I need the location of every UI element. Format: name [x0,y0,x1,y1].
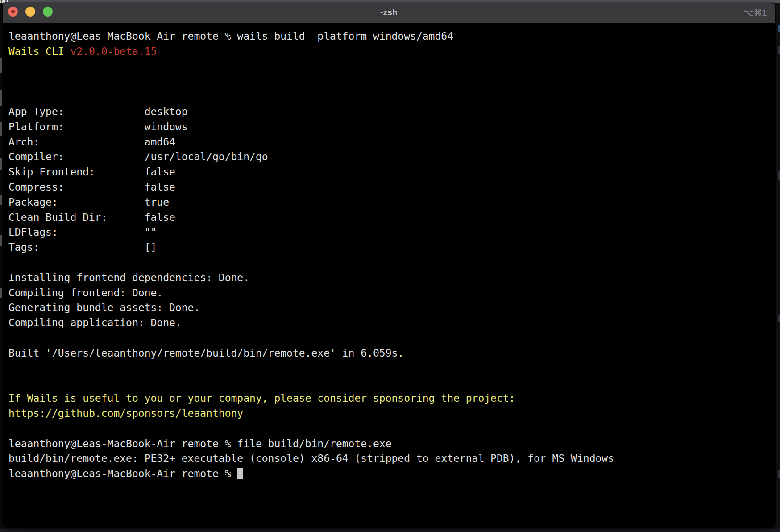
terminal-text-segment: v2.0.0-beta.15 [70,46,157,57]
terminal-line: Compiling application: Done. [8,316,775,331]
terminal-line: If Wails is useful to you or your compan… [8,391,775,406]
window-title: -zsh [380,8,398,17]
terminal-line [8,255,775,270]
terminal-line: Platform: windows [8,120,775,135]
terminal-text-segment: Compiler: /usr/local/go/bin/go [8,151,268,162]
terminal-line: leaanthony@Leas-MacBook-Air remote % fil… [8,436,775,452]
terminal-line: Skip Frontend: false [8,165,775,180]
terminal-line: https://github.com/sponsors/leaanthony [8,406,775,421]
terminal-text-segment: Compress: false [8,181,175,193]
terminal-text-segment: Arch: amd64 [8,136,175,148]
traffic-lights [8,7,53,17]
terminal-text-segment: Clean Build Dir: false [8,212,175,223]
background-window-bottom-edge [0,529,780,532]
terminal-line: Package: true [8,195,775,210]
terminal-text-segment: Wails CLI [8,46,70,57]
background-window-right-edge [777,3,780,529]
terminal-cursor [237,468,243,479]
terminal-line [8,421,775,436]
terminal-line: Installing frontend dependencies: Done. [8,270,775,286]
terminal-text-segment: Tags: [] [8,241,157,253]
terminal-text-segment: If Wails is useful to you or your compan… [8,392,515,404]
terminal-output[interactable]: leaanthony@Leas-MacBook-Air remote % wai… [3,23,775,482]
terminal-line: Tags: [] [8,240,775,255]
terminal-text-segment: Compiling application: Done. [8,317,182,328]
terminal-line: Clean Build Dir: false [8,210,775,225]
terminal-line: Generating bundle assets: Done. [8,300,775,316]
terminal-text-segment: Built '/Users/leaanthony/remote/build/bi… [8,347,404,359]
terminal-text-segment: build/bin/remote.exe: PE32+ executable (… [8,453,614,464]
terminal-line: Compress: false [8,180,775,195]
terminal-line: Wails CLI v2.0.0-beta.15 [8,44,775,59]
terminal-line: LDFlags: "" [8,225,775,240]
terminal-line: Compiling frontend: Done. [8,286,775,301]
terminal-line [8,59,775,75]
terminal-text-segment: https://github.com/sponsors/leaanthony [8,407,243,419]
terminal-line: App Type: desktop [8,104,775,120]
terminal-line: Arch: amd64 [8,135,775,150]
terminal-line: Compiler: /usr/local/go/bin/go [8,150,775,165]
tab-shortcut-label: ⌥⌘1 [744,8,767,18]
terminal-text-segment: Package: true [8,196,169,208]
terminal-text-segment: Installing frontend dependencies: Done. [8,272,249,283]
terminal-line [8,74,775,89]
terminal-line: leaanthony@Leas-MacBook-Air remote % [8,466,775,482]
terminal-text-segment: Compiling frontend: Done. [8,287,163,299]
terminal-line [8,361,775,376]
close-button[interactable] [8,7,18,17]
terminal-text-segment: Skip Frontend: false [8,166,175,178]
terminal-text-segment: App Type: desktop [8,106,188,117]
close-modified-dot-icon [11,10,15,13]
terminal-text-segment: leaanthony@Leas-MacBook-Air remote % [8,468,237,479]
terminal-line [8,89,775,104]
terminal-text-segment: LDFlags: "" [8,226,157,238]
terminal-line: Built '/Users/leaanthony/remote/build/bi… [8,346,775,361]
minimize-button[interactable] [25,7,35,17]
terminal-text-segment: Generating bundle assets: Done. [8,302,200,313]
terminal-text-segment: leaanthony@Leas-MacBook-Air remote % fil… [8,438,392,449]
terminal-line: leaanthony@Leas-MacBook-Air remote % wai… [8,29,775,44]
terminal-window: -zsh ⌥⌘1 leaanthony@Leas-MacBook-Air rem… [3,2,775,528]
terminal-text-segment: leaanthony@Leas-MacBook-Air remote % wai… [8,30,453,42]
terminal-line [8,376,775,391]
terminal-line: build/bin/remote.exe: PE32+ executable (… [8,451,775,466]
zoom-button[interactable] [43,7,53,17]
terminal-line [8,331,775,346]
titlebar[interactable]: -zsh ⌥⌘1 [3,2,775,23]
terminal-text-segment: Platform: windows [8,121,188,133]
